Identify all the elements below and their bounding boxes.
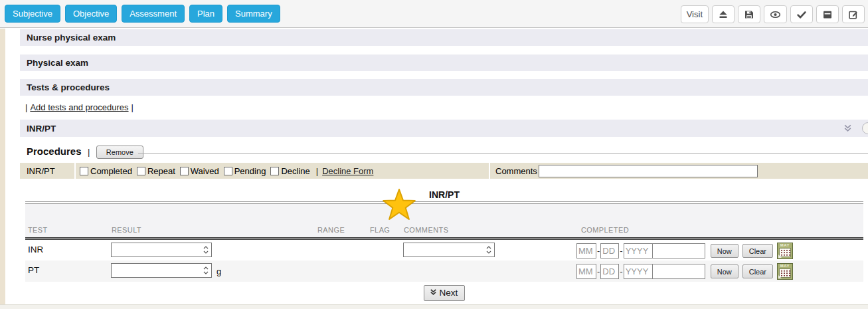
inr-result-input[interactable] (112, 243, 201, 257)
pt-time-input[interactable] (652, 264, 705, 279)
section-title: Tests & procedures (27, 82, 110, 92)
compose-button[interactable] (842, 5, 865, 23)
horizontal-rule (138, 153, 868, 154)
preview-button[interactable] (764, 5, 787, 23)
inr-year-input[interactable] (624, 243, 653, 258)
section-header-physical-exam[interactable]: Physical exam (20, 54, 868, 71)
section-title: Physical exam (27, 58, 88, 68)
procedure-comments-cell: Comments (490, 163, 868, 179)
unit-label: g (217, 266, 221, 276)
completed-checkbox[interactable] (80, 167, 88, 175)
toolbar-actions: Visit (681, 5, 865, 23)
save-icon (744, 9, 754, 20)
procedures-title: Procedures (27, 146, 82, 157)
tab-subjective[interactable]: Subjective (5, 5, 60, 23)
procedure-comments-input[interactable] (539, 165, 758, 177)
pending-checkbox[interactable] (224, 167, 232, 175)
app-root: Subjective Objective Assessment Plan Sum… (0, 0, 868, 309)
calendar-fold (778, 255, 782, 258)
separator: | (25, 102, 27, 112)
table-row-inr: INR - - (25, 240, 863, 260)
checkbox-label: Pending (234, 166, 266, 176)
number-spinner[interactable] (201, 264, 211, 276)
test-name: PT (28, 265, 39, 275)
toolbar: Subjective Objective Assessment Plan Sum… (0, 0, 868, 28)
comments-label: Comments (495, 166, 537, 176)
column-header-comments: COMMENTS (404, 226, 448, 234)
checkbox-label: Decline (281, 166, 309, 176)
pt-completed-group: - - Now Clear MAY (576, 263, 793, 280)
calendar-icon: MAY (778, 243, 792, 247)
bottom-strip (0, 304, 868, 309)
inr-now-button[interactable]: Now (711, 244, 738, 258)
visit-button[interactable]: Visit (681, 5, 709, 23)
inr-time-input[interactable] (652, 243, 705, 258)
section-header-nurse-physical-exam[interactable]: Nurse physical exam (20, 29, 868, 46)
number-spinner[interactable] (484, 244, 493, 256)
eject-button[interactable] (712, 5, 735, 23)
test-name: INR (28, 245, 43, 255)
date-separator: - (597, 246, 600, 256)
pt-now-button[interactable]: Now (711, 264, 738, 278)
section-title: Nurse physical exam (27, 33, 116, 43)
tab-assessment[interactable]: Assessment (122, 5, 185, 23)
pt-result-input[interactable] (112, 264, 201, 277)
separator: | (131, 102, 133, 112)
inr-clear-button[interactable]: Clear (742, 244, 773, 258)
left-margin-strip (0, 29, 5, 309)
archive-icon (822, 9, 833, 20)
tab-objective[interactable]: Objective (65, 5, 117, 23)
tab-summary[interactable]: Summary (227, 5, 280, 23)
results-panel-title: INR/PT (25, 189, 863, 200)
column-header-result: RESULT (112, 226, 141, 234)
pt-year-input[interactable] (624, 264, 653, 279)
checkbox-label: Completed (90, 166, 132, 176)
inr-calendar-picker-button[interactable]: MAY (777, 243, 793, 259)
remove-procedure-button[interactable]: Remove (96, 146, 143, 159)
add-tests-link[interactable]: Add tests and procedures (30, 102, 128, 112)
separator: | (316, 166, 318, 176)
archive-button[interactable] (816, 5, 839, 23)
inr-day-input[interactable] (600, 243, 619, 258)
chevron-double-down-icon (843, 124, 852, 134)
inr-result-field (111, 243, 212, 257)
pt-result-field (111, 263, 212, 278)
next-button[interactable]: Next (424, 285, 466, 301)
collapse-inrpt-button[interactable] (843, 124, 852, 134)
procedures-header: Procedures | Remove (27, 146, 868, 160)
calendar-fold (778, 275, 782, 278)
inr-month-input[interactable] (576, 243, 596, 258)
check-icon (796, 9, 807, 20)
column-header-test: TEST (28, 226, 48, 234)
inr-comments-input[interactable] (404, 243, 483, 257)
procedure-name-cell: INR/PT (20, 163, 74, 179)
repeat-checkbox[interactable] (137, 167, 145, 175)
number-spinner[interactable] (201, 244, 211, 256)
column-header-completed: COMPLETED (581, 226, 629, 234)
date-separator: - (620, 246, 622, 256)
eye-icon (770, 9, 781, 20)
confirm-button[interactable] (790, 5, 813, 23)
pt-day-input[interactable] (600, 264, 619, 279)
inr-completed-group: - - Now Clear MAY (576, 243, 793, 259)
pt-clear-button[interactable]: Clear (742, 264, 773, 278)
add-tests-row: |Add tests and procedures| (23, 102, 136, 112)
procedure-name: INR/PT (27, 166, 55, 176)
section-header-tests-procedures[interactable]: Tests & procedures (20, 79, 868, 96)
procedure-status-row: INR/PT Completed Repeat Waived Pending D… (20, 163, 868, 179)
checkbox-label: Repeat (147, 166, 175, 176)
save-button[interactable] (738, 5, 760, 23)
pt-calendar-picker-button[interactable]: MAY (777, 263, 793, 280)
inr-comments-field (403, 243, 495, 257)
star-marker-icon (383, 188, 416, 224)
section-header-inrpt[interactable]: INR/PT (20, 120, 868, 137)
eject-icon (718, 9, 729, 20)
date-separator: - (597, 266, 600, 276)
results-panel: INR/PT TEST RESULT RANGE FLAG COMMENTS C… (25, 188, 863, 304)
decline-form-link[interactable]: Decline Form (322, 166, 373, 176)
column-header-range: RANGE (317, 226, 345, 234)
tab-plan[interactable]: Plan (189, 5, 222, 23)
waived-checkbox[interactable] (180, 167, 189, 175)
decline-checkbox[interactable] (270, 167, 279, 175)
pt-month-input[interactable] (576, 264, 596, 279)
